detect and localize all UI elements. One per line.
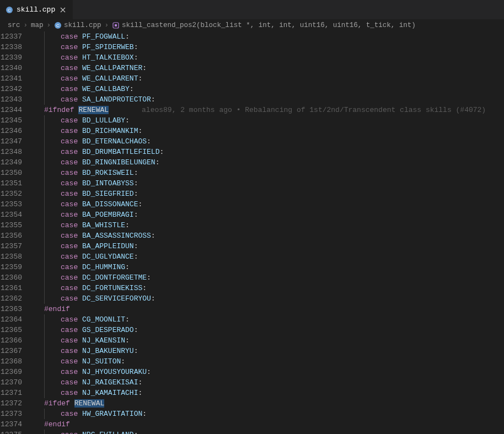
code-content[interactable]: case HW_GRAVITATION: (32, 409, 504, 419)
code-content[interactable]: case BA_DISSONANCE: (32, 199, 504, 210)
code-line[interactable]: 12346case BD_RICHMANKIM: (0, 126, 504, 136)
code-content[interactable]: case BA_APPLEIDUN: (32, 241, 504, 251)
code-line[interactable]: 12352case BD_SIEGFRIED: (0, 189, 504, 199)
line-number[interactable]: 12369 (0, 367, 32, 377)
code-content[interactable]: case WE_CALLBABY: (32, 84, 504, 94)
line-number[interactable]: 12372 (0, 398, 32, 409)
code-line[interactable]: 12359case DC_HUMMING: (0, 262, 504, 272)
code-content[interactable]: case BA_POEMBRAGI: (32, 210, 504, 220)
line-number[interactable]: 12352 (0, 189, 32, 199)
line-number[interactable]: 12343 (0, 94, 32, 105)
code-line[interactable]: 12358case DC_UGLYDANCE: (0, 251, 504, 262)
breadcrumb-item[interactable]: src (8, 22, 20, 29)
line-number[interactable]: 12371 (0, 388, 32, 398)
line-number[interactable]: 12375 (0, 430, 32, 434)
code-content[interactable]: case NJ_SUITON: (32, 356, 504, 367)
code-content[interactable]: #ifndef RENEWALaleos89, 2 months ago • R… (32, 105, 504, 115)
line-number[interactable]: 12366 (0, 335, 32, 346)
line-number[interactable]: 12349 (0, 157, 32, 168)
code-line[interactable]: 12370case NJ_RAIGEKISAI: (0, 377, 504, 388)
code-content[interactable]: case WE_CALLPARTNER: (32, 63, 504, 73)
code-line[interactable]: 12362case DC_SERVICEFORYOU: (0, 293, 504, 304)
code-content[interactable]: case SA_LANDPROTECTOR: (32, 94, 504, 105)
code-line[interactable]: 12360case DC_DONTFORGETME: (0, 272, 504, 283)
code-content[interactable]: case NJ_KAENSIN: (32, 335, 504, 346)
code-line[interactable]: 12364case CG_MOONLIT: (0, 314, 504, 325)
code-line[interactable]: 12356case BA_ASSASSINCROSS: (0, 231, 504, 241)
code-content[interactable]: case BD_RINGNIBELUNGEN: (32, 157, 504, 168)
close-icon[interactable] (58, 6, 67, 14)
line-number[interactable]: 12357 (0, 241, 32, 251)
line-number[interactable]: 12360 (0, 272, 32, 283)
line-number[interactable]: 12361 (0, 283, 32, 293)
line-number[interactable]: 12354 (0, 210, 32, 220)
line-number[interactable]: 12345 (0, 115, 32, 126)
code-content[interactable]: case NJ_KAMAITACHI: (32, 388, 504, 398)
code-line[interactable]: 12349case BD_RINGNIBELUNGEN: (0, 157, 504, 168)
code-line[interactable]: 12361case DC_FORTUNEKISS: (0, 283, 504, 293)
code-line[interactable]: 12357case BA_APPLEIDUN: (0, 241, 504, 251)
line-number[interactable]: 12348 (0, 147, 32, 157)
code-line[interactable]: 12350case BD_ROKISWEIL: (0, 168, 504, 178)
code-content[interactable]: case PF_SPIDERWEB: (32, 42, 504, 52)
line-number[interactable]: 12359 (0, 262, 32, 272)
line-number[interactable]: 12367 (0, 346, 32, 356)
breadcrumb-item[interactable]: map (31, 22, 44, 29)
line-number[interactable]: 12353 (0, 199, 32, 210)
code-content[interactable]: case DC_DONTFORGETME: (32, 272, 504, 283)
code-line[interactable]: 12353case BA_DISSONANCE: (0, 199, 504, 210)
line-number[interactable]: 12340 (0, 63, 32, 73)
line-number[interactable]: 12337 (0, 31, 32, 42)
code-content[interactable]: case DC_HUMMING: (32, 262, 504, 272)
breadcrumb-item[interactable]: skill_castend_pos2(block_list *, int, in… (112, 22, 416, 29)
code-content[interactable]: case DC_FORTUNEKISS: (32, 283, 504, 293)
code-line[interactable]: 12351case BD_INTOABYSS: (0, 178, 504, 189)
code-content[interactable]: case GS_DESPERADO: (32, 325, 504, 335)
line-number[interactable]: 12341 (0, 73, 32, 84)
code-line[interactable]: 12348case BD_DRUMBATTLEFIELD: (0, 147, 504, 157)
line-number[interactable]: 12363 (0, 304, 32, 314)
code-line[interactable]: 12342case WE_CALLBABY: (0, 84, 504, 94)
code-line[interactable]: 12369case NJ_HYOUSYOURAKU: (0, 367, 504, 377)
code-content[interactable]: case BD_RICHMANKIM: (32, 126, 504, 136)
code-line[interactable]: 12368case NJ_SUITON: (0, 356, 504, 367)
line-number[interactable]: 12347 (0, 136, 32, 147)
code-line[interactable]: 12340case WE_CALLPARTNER: (0, 63, 504, 73)
line-number[interactable]: 12342 (0, 84, 32, 94)
code-line[interactable]: 12372#ifdef RENEWAL (0, 398, 504, 409)
line-number[interactable]: 12365 (0, 325, 32, 335)
code-line[interactable]: 12354case BA_POEMBRAGI: (0, 210, 504, 220)
line-number[interactable]: 12346 (0, 126, 32, 136)
code-content[interactable]: case NPC_EVILLAND: (32, 430, 504, 434)
line-number[interactable]: 12351 (0, 178, 32, 189)
line-number[interactable]: 12370 (0, 377, 32, 388)
code-line[interactable]: 12371case NJ_KAMAITACHI: (0, 388, 504, 398)
line-number[interactable]: 12358 (0, 251, 32, 262)
code-line[interactable]: 12365case GS_DESPERADO: (0, 325, 504, 335)
code-line[interactable]: 12347case BD_ETERNALCHAOS: (0, 136, 504, 147)
code-content[interactable]: case BD_ROKISWEIL: (32, 168, 504, 178)
code-content[interactable]: case BD_ETERNALCHAOS: (32, 136, 504, 147)
code-line[interactable]: 12337case PF_FOGWALL: (0, 31, 504, 42)
code-content[interactable]: case CG_MOONLIT: (32, 314, 504, 325)
code-line[interactable]: 12374#endif (0, 419, 504, 430)
code-content[interactable]: case NJ_BAKUENRYU: (32, 346, 504, 356)
code-content[interactable]: case PF_FOGWALL: (32, 31, 504, 42)
code-line[interactable]: 12338case PF_SPIDERWEB: (0, 42, 504, 52)
line-number[interactable]: 12368 (0, 356, 32, 367)
code-content[interactable]: #ifdef RENEWAL (32, 398, 504, 409)
line-number[interactable]: 12362 (0, 293, 32, 304)
code-line[interactable]: 12367case NJ_BAKUENRYU: (0, 346, 504, 356)
code-content[interactable]: case DC_SERVICEFORYOU: (32, 293, 504, 304)
code-content[interactable]: case WE_CALLPARENT: (32, 73, 504, 84)
code-content[interactable]: case NJ_HYOUSYOURAKU: (32, 367, 504, 377)
line-number[interactable]: 12339 (0, 52, 32, 63)
line-number[interactable]: 12374 (0, 419, 32, 430)
code-line[interactable]: 12345case BD_LULLABY: (0, 115, 504, 126)
line-number[interactable]: 12355 (0, 220, 32, 231)
code-content[interactable]: case NJ_RAIGEKISAI: (32, 377, 504, 388)
code-content[interactable]: case BD_LULLABY: (32, 115, 504, 126)
code-line[interactable]: 12339case HT_TALKIEBOX: (0, 52, 504, 63)
code-line[interactable]: 12375case NPC_EVILLAND: (0, 430, 504, 434)
code-line[interactable]: 12355case BA_WHISTLE: (0, 220, 504, 231)
